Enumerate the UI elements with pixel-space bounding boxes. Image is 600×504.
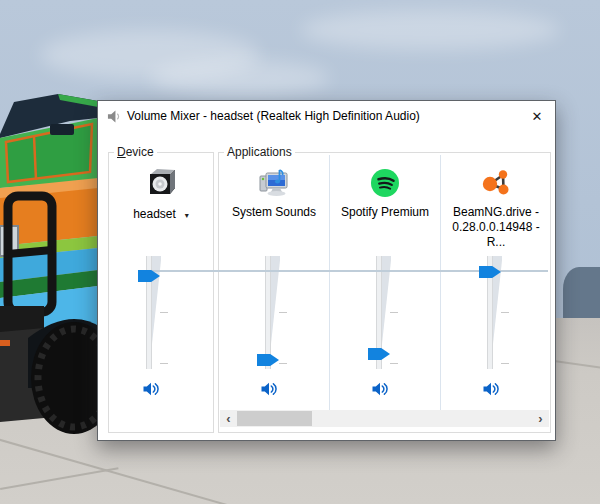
app-column-beamng: BeamNG.drive - 0.28.0.0.14948 - R... [441,153,551,411]
slider-tick [501,312,509,313]
slider-tick [279,312,287,313]
speaker-volume-icon [371,380,389,398]
device-name: headset [133,207,176,221]
chevron-left-icon: ‹ [226,411,230,426]
device-dropdown[interactable]: headset ▾ [109,205,213,223]
scroll-right-button[interactable]: › [532,410,549,427]
volume-mixer-window: Volume Mixer - headset (Realtek High Def… [97,100,556,441]
app-column-spotify: Spotify Premium [330,153,440,411]
truck-image [0,88,102,440]
device-mute-button[interactable] [141,379,161,399]
spotify-slider-thumb[interactable] [368,348,390,360]
app-label: BeamNG.drive - 0.28.0.0.14948 - R... [443,205,549,250]
chevron-down-icon: ▾ [185,211,189,220]
beamng-icon [480,167,512,199]
spotify-mute-button[interactable] [370,379,390,399]
scrollbar-thumb[interactable] [237,411,312,426]
slider-track[interactable] [265,256,271,369]
system-sounds-icon [258,167,290,199]
system-sounds-slider-thumb[interactable] [257,354,279,366]
horizontal-scrollbar[interactable]: ‹ › [220,410,549,427]
app-label: Spotify Premium [332,205,438,220]
system-sounds-volume-slider[interactable] [258,256,288,369]
speaker-volume-icon [142,380,160,398]
spotify-icon [369,167,401,199]
slider-tick [160,312,168,313]
speaker-volume-icon [482,380,500,398]
close-icon: ✕ [532,109,543,124]
slider-tick [390,363,398,364]
speaker-volume-icon [260,380,278,398]
app-column-system-sounds: System Sounds [219,153,329,411]
title-bar[interactable]: Volume Mixer - headset (Realtek High Def… [98,101,555,131]
slider-tick [390,312,398,313]
speaker-icon [107,109,122,124]
device-group: Device headset ▾ [108,152,214,433]
device-volume-slider[interactable] [139,256,169,369]
scroll-left-button[interactable]: ‹ [220,410,237,427]
applications-group: Applications System Sounds [218,152,551,433]
slider-tick [160,363,168,364]
rock [563,267,600,318]
slider-tick [501,363,509,364]
window-title: Volume Mixer - headset (Realtek High Def… [127,109,420,123]
spotify-volume-slider[interactable] [369,256,399,369]
cloud [150,60,330,96]
slider-tick [279,363,287,364]
beamng-mute-button[interactable] [481,379,501,399]
device-speaker-icon [145,165,177,197]
ground-crack [0,436,240,504]
ground-crack [0,467,119,490]
device-group-label: Device [114,145,157,159]
app-label: System Sounds [221,205,327,220]
system-sounds-mute-button[interactable] [259,379,279,399]
beamng-volume-slider[interactable] [480,256,510,369]
chevron-right-icon: › [538,411,542,426]
cloud [300,10,560,50]
close-button[interactable]: ✕ [525,105,549,127]
